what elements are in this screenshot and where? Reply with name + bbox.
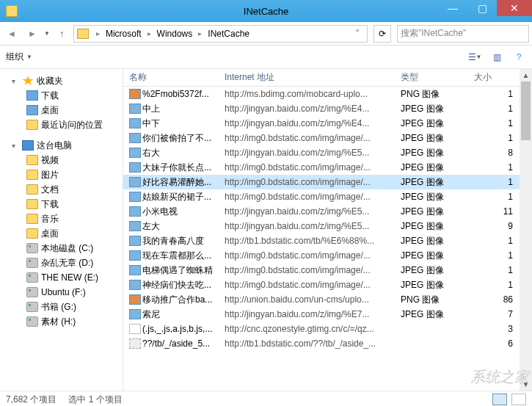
disk-icon	[26, 287, 38, 297]
search-input[interactable]: 搜索"INetCache"	[397, 25, 529, 43]
sidebar-drive-f[interactable]: Ubuntu (F:)	[3, 285, 123, 300]
crumb-item[interactable]: Windows	[156, 29, 194, 39]
file-row[interactable]: 索尼http://jingyan.baidu.com/z/img/%E7...J…	[123, 307, 532, 322]
view-options-button[interactable]: ☰▼	[467, 50, 482, 65]
favorites-group[interactable]: ▾收藏夹	[3, 73, 123, 88]
sidebar-drive-h[interactable]: 素材 (H:)	[3, 314, 123, 329]
scroll-up-icon[interactable]: ▲	[520, 69, 532, 81]
file-row[interactable]: 姑娘新买的裙子...http://img0.bdstatic.com/img/i…	[123, 189, 532, 204]
column-url[interactable]: Internet 地址	[219, 71, 395, 84]
collapse-icon[interactable]: ▾	[12, 77, 19, 85]
column-headers: 名称 Internet 地址 类型 大小	[123, 69, 532, 87]
close-button[interactable]: ✕	[497, 0, 532, 16]
file-row[interactable]: 大妹子你就长点...http://img0.bdstatic.com/img/i…	[123, 160, 532, 175]
collapse-icon[interactable]: ▾	[12, 142, 19, 150]
breadcrumb-dropdown-icon[interactable]: ˅	[351, 29, 364, 39]
chevron-right-icon[interactable]: ▸	[145, 29, 154, 37]
file-row[interactable]: 现在车震都那么...http://img0.bdstatic.com/img/i…	[123, 248, 532, 263]
sidebar-item-downloads[interactable]: 下载	[3, 88, 123, 103]
file-row[interactable]: 电梯偶遇了蜘蛛精http://img0.bdstatic.com/img/ima…	[123, 263, 532, 278]
sidebar-drive-d[interactable]: 杂乱无章 (D:)	[3, 255, 123, 270]
folder-icon	[26, 199, 38, 209]
window-controls: — ▢ ✕	[438, 0, 532, 16]
file-name: 左大	[142, 220, 160, 233]
sidebar-item-downloads-pc[interactable]: 下载	[3, 197, 123, 211]
file-row[interactable]: %2Fmobi5372f...http://ms.bdimg.com/mobca…	[123, 87, 532, 101]
file-url: http://img0.bdstatic.com/img/image/...	[219, 250, 395, 261]
forward-button[interactable]: ►	[23, 25, 41, 43]
minimize-button[interactable]: —	[438, 0, 467, 16]
folder-icon	[26, 184, 38, 195]
sidebar-item-music[interactable]: 音乐	[3, 211, 123, 226]
organize-button[interactable]: 组织	[6, 51, 23, 63]
scroll-track[interactable]	[520, 81, 532, 378]
chevron-right-icon[interactable]: ▸	[93, 29, 103, 37]
file-icon	[129, 118, 141, 128]
help-button[interactable]: ?	[511, 50, 526, 65]
file-url: http://img0.bdstatic.com/img/image/...	[219, 162, 395, 173]
chevron-down-icon[interactable]: ▼	[26, 54, 32, 60]
file-type: JPEG 图像	[395, 264, 468, 277]
file-list-pane: 名称 Internet 地址 类型 大小 %2Fmobi5372f...http…	[123, 69, 532, 391]
crumb-item[interactable]: INetCache	[206, 29, 251, 39]
file-name: (.js,_.js,a.js,b.js,...	[142, 324, 212, 334]
breadcrumb[interactable]: ▸ Microsoft ▸ Windows ▸ INetCache ˅	[73, 25, 368, 43]
file-type: JPEG 图像	[395, 220, 468, 233]
sidebar-drive-c[interactable]: 本地磁盘 (C:)	[3, 241, 123, 255]
file-name: 索尼	[142, 308, 160, 321]
history-dropdown-icon[interactable]: ▼	[44, 30, 50, 37]
sidebar-drive-g[interactable]: 书籍 (G:)	[3, 300, 123, 314]
file-row[interactable]: ??/tb/_/aside_5...http://tb1.bdstatic.co…	[123, 336, 532, 351]
file-row[interactable]: 我的青春高八度http://tb1.bdstatic.com/tb/%E6%88…	[123, 233, 532, 248]
scroll-thumb[interactable]	[521, 81, 531, 140]
file-row[interactable]: (.js,_.js,a.js,b.js,...http://cnc.qzones…	[123, 322, 532, 336]
refresh-button[interactable]: ⟳	[374, 25, 391, 43]
vertical-scrollbar[interactable]: ▲ ▼	[520, 69, 532, 391]
disk-icon	[26, 302, 38, 312]
file-name: 移动推广合作ba...	[142, 294, 212, 306]
file-type: JPEG 图像	[395, 279, 468, 291]
sidebar-item-pictures[interactable]: 图片	[3, 167, 123, 182]
maximize-button[interactable]: ▢	[467, 0, 497, 16]
up-button[interactable]: ↑	[53, 25, 70, 43]
details-view-button[interactable]	[492, 394, 507, 405]
file-name: 电梯偶遇了蜘蛛精	[142, 264, 213, 277]
disk-icon	[26, 258, 38, 268]
scroll-down-icon[interactable]: ▼	[520, 378, 532, 391]
this-pc-group[interactable]: ▾这台电脑	[3, 138, 123, 153]
sidebar-item-desktop-pc[interactable]: 桌面	[3, 226, 123, 241]
file-name: 我的青春高八度	[142, 235, 204, 247]
file-type: JPEG 图像	[395, 103, 468, 115]
status-item-count: 7,682 个项目	[6, 394, 57, 406]
file-url: http://img0.bdstatic.com/img/image/...	[219, 280, 395, 290]
preview-pane-button[interactable]: ▥	[489, 50, 504, 65]
file-row[interactable]: 你们被偷拍了不...http://img0.bdstatic.com/img/i…	[123, 131, 532, 145]
crumb-item[interactable]: Microsoft	[104, 29, 143, 39]
column-name[interactable]: 名称	[123, 71, 219, 84]
file-row[interactable]: 中上http://jingyan.baidu.com/z/img/%E4...J…	[123, 101, 532, 116]
file-name: ??/tb/_/aside_5...	[142, 338, 210, 349]
back-button[interactable]: ◄	[3, 25, 21, 43]
file-row[interactable]: 移动推广合作ba...http://union.baidu.com/un-cms…	[123, 292, 532, 307]
chevron-right-icon[interactable]: ▸	[195, 29, 205, 37]
sidebar-item-desktop[interactable]: 桌面	[3, 103, 123, 117]
column-type[interactable]: 类型	[395, 71, 468, 84]
file-name: 现在车震都那么...	[142, 250, 211, 262]
thumbnail-view-button[interactable]	[511, 394, 526, 405]
sidebar-item-documents[interactable]: 文档	[3, 182, 123, 197]
file-url: http://union.baidu.com/un-cms/uplo...	[219, 294, 395, 305]
file-row[interactable]: 右大http://jingyan.baidu.com/z/img/%E5...J…	[123, 145, 532, 160]
file-row[interactable]: 好比容易灌醉她...http://img0.bdstatic.com/img/i…	[123, 175, 532, 189]
file-row[interactable]: 中下http://jingyan.baidu.com/z/img/%E4...J…	[123, 116, 532, 131]
sidebar-drive-e[interactable]: THE NEW (E:)	[3, 270, 123, 285]
file-name: 你们被偷拍了不...	[142, 132, 211, 145]
file-row[interactable]: 左大http://jingyan.baidu.com/z/img/%E5...J…	[123, 219, 532, 233]
file-row[interactable]: 神经病们快去吃...http://img0.bdstatic.com/img/i…	[123, 278, 532, 292]
sidebar-item-videos[interactable]: 视频	[3, 153, 123, 167]
file-url: http://jingyan.baidu.com/z/img/%E4...	[219, 118, 395, 128]
file-url: http://img0.bdstatic.com/img/image/...	[219, 265, 395, 275]
file-row[interactable]: 小米电视http://jingyan.baidu.com/z/img/%E5..…	[123, 204, 532, 219]
sidebar-item-recent[interactable]: 最近访问的位置	[3, 117, 123, 132]
file-name: 右大	[142, 147, 160, 159]
file-type: JPEG 图像	[395, 191, 468, 203]
